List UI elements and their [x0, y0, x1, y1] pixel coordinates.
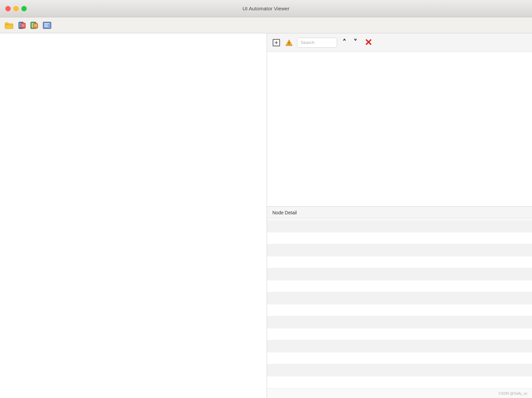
screenshot-panel	[0, 33, 267, 398]
maximize-button[interactable]	[21, 6, 27, 11]
svg-rect-18	[44, 23, 49, 24]
next-match-button[interactable]: ˅	[351, 38, 359, 47]
svg-rect-19	[44, 25, 48, 25]
svg-rect-7	[21, 24, 25, 27]
search-input[interactable]	[297, 38, 337, 48]
toggle-naf-button[interactable]	[41, 20, 53, 31]
detail-row	[267, 268, 532, 280]
detail-row	[267, 376, 532, 388]
detail-row	[267, 220, 532, 232]
toggle-icon	[43, 22, 51, 29]
prev-match-button[interactable]: ˄	[340, 38, 348, 47]
window-controls	[5, 6, 27, 11]
svg-rect-20	[44, 26, 48, 27]
capture-icon	[17, 22, 26, 29]
node-detail-header: Node Detail	[267, 207, 532, 218]
toolbar	[0, 17, 532, 33]
clear-search-button[interactable]: ✕	[362, 37, 374, 48]
warning-icon: !	[285, 39, 293, 46]
detail-row	[267, 292, 532, 304]
warning-button[interactable]: !	[284, 38, 294, 47]
tree-toolbar: + ! ˄ ˅ ✕	[267, 33, 532, 52]
close-button[interactable]	[5, 6, 11, 11]
inspect-icon	[30, 22, 39, 29]
detail-row	[267, 316, 532, 328]
detail-row	[267, 340, 532, 352]
detail-row	[267, 352, 532, 364]
title-bar: UI Automator Viewer	[0, 0, 532, 17]
node-detail-panel: Node Detail CSDN @Sally_xy	[267, 207, 532, 398]
capture-button[interactable]	[16, 20, 27, 31]
detail-row	[267, 244, 532, 256]
main-content: + ! ˄ ˅ ✕	[0, 33, 532, 398]
svg-rect-1	[5, 23, 8, 24]
svg-text:!: !	[288, 41, 290, 45]
plus-box-icon: +	[273, 39, 280, 46]
tree-content[interactable]	[267, 52, 532, 206]
window-title: UI Automator Viewer	[242, 6, 289, 11]
watermark: CSDN @Sally_xy	[499, 391, 527, 395]
inspect-button[interactable]	[29, 20, 40, 31]
tree-panel: + ! ˄ ˅ ✕	[267, 33, 532, 207]
svg-rect-10	[32, 27, 33, 28]
detail-row	[267, 364, 532, 376]
detail-row	[267, 328, 532, 340]
minimize-button[interactable]	[13, 6, 19, 11]
right-panel: + ! ˄ ˅ ✕	[267, 33, 532, 398]
node-detail-rows	[267, 218, 532, 398]
detail-row	[267, 232, 532, 244]
detail-row	[267, 256, 532, 268]
svg-rect-15	[34, 24, 37, 27]
detail-row	[267, 280, 532, 292]
folder-icon	[5, 22, 13, 29]
open-button[interactable]	[3, 20, 15, 31]
detail-row	[267, 304, 532, 316]
toggle-all-button[interactable]: +	[272, 38, 281, 47]
